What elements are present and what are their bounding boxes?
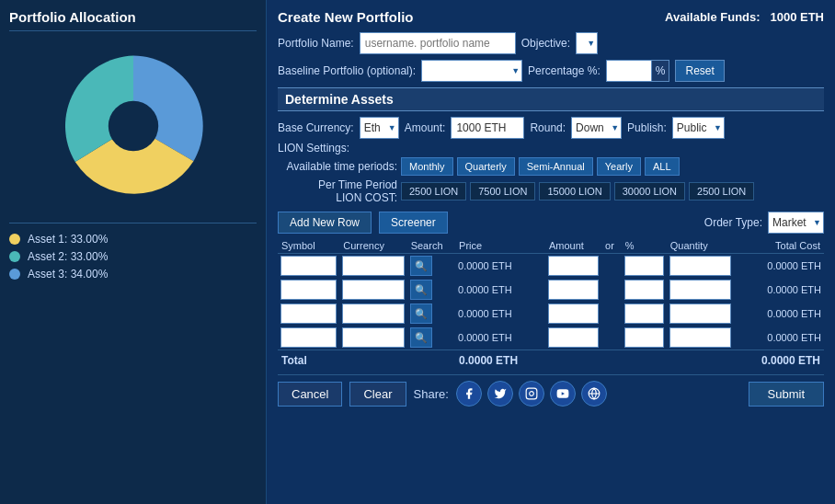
search-button-3[interactable]: 🔍 — [410, 304, 432, 324]
pie-legend: Asset 1: 33.00% Asset 2: 33.00% Asset 3:… — [9, 223, 257, 285]
monthly-button[interactable]: Monthly — [401, 157, 453, 176]
facebook-icon[interactable] — [456, 381, 482, 407]
price-1: 0.0000 ETH — [455, 254, 545, 279]
quantity-input-1[interactable] — [669, 256, 731, 276]
add-new-row-button[interactable]: Add New Row — [278, 212, 372, 234]
total-row: Total 0.0000 ETH 0.0000 ETH — [278, 350, 824, 370]
all-button[interactable]: ALL — [645, 157, 680, 176]
legend-label-3: Asset 3: 34.00% — [28, 268, 108, 281]
col-total-cost: Total Cost — [734, 238, 824, 254]
twitter-icon[interactable] — [487, 381, 513, 407]
amount-input-3[interactable] — [548, 304, 599, 324]
quantity-input-2[interactable] — [669, 280, 731, 300]
base-currency-label: Base Currency: — [278, 121, 354, 134]
currency-input-2[interactable] — [342, 280, 404, 300]
lion-label-row: LION Settings: — [278, 142, 824, 155]
publish-label: Publish: — [627, 121, 667, 134]
symbol-input-3[interactable] — [280, 304, 337, 324]
baseline-select-wrapper[interactable] — [421, 60, 522, 82]
legend-item-1: Asset 1: 33.00% — [9, 233, 257, 246]
cancel-button[interactable]: Cancel — [278, 382, 342, 407]
portfolio-name-input[interactable] — [360, 32, 516, 54]
pct-input-1[interactable] — [624, 256, 664, 276]
baseline-label: Baseline Portfolio (optional): — [278, 64, 416, 77]
clear-button[interactable]: Clear — [349, 382, 406, 407]
legend-dot-2 — [9, 251, 20, 262]
symbol-input-4[interactable] — [280, 327, 337, 348]
round-select-wrapper[interactable]: Down — [571, 117, 622, 139]
symbol-input-1[interactable] — [280, 256, 337, 276]
lion-cost-quarterly: 7500 LION — [470, 182, 535, 200]
baseline-row: Baseline Portfolio (optional): Percentag… — [278, 60, 824, 82]
amount-label: Amount: — [405, 121, 446, 134]
total-cost: 0.0000 ETH — [734, 350, 824, 370]
quarterly-button[interactable]: Quarterly — [457, 157, 515, 176]
quantity-input-4[interactable] — [669, 327, 731, 348]
table-row: 🔍 0.0000 ETH 0.0000 ETH — [278, 278, 824, 302]
symbol-input-2[interactable] — [280, 280, 337, 300]
amount-input-4[interactable] — [548, 327, 599, 348]
lion-cost-yearly: 30000 LION — [614, 182, 685, 200]
submit-button[interactable]: Submit — [749, 382, 824, 407]
create-portfolio-title: Create New Portfolio — [278, 9, 414, 25]
order-type-area: Order Type: Market — [704, 212, 824, 234]
currency-input-3[interactable] — [342, 304, 404, 324]
currency-input-1[interactable] — [342, 256, 404, 276]
amount-input-1[interactable] — [548, 256, 599, 276]
total-label: Total — [278, 350, 455, 370]
pct-input-2[interactable] — [624, 280, 664, 300]
price-3: 0.0000 ETH — [455, 302, 545, 326]
table-row: 🔍 0.0000 ETH 0.0000 ETH — [278, 326, 824, 350]
legend-dot-1 — [9, 234, 20, 245]
available-funds-label: Available Funds: — [665, 10, 761, 24]
left-panel: Portfolio Allocation Asset 1: 33.00% — [0, 0, 267, 504]
base-currency-select-wrapper[interactable]: Eth — [360, 117, 399, 139]
round-select[interactable]: Down — [571, 117, 622, 139]
order-type-select[interactable]: Market — [768, 212, 824, 234]
col-symbol: Symbol — [278, 238, 339, 254]
objective-select-wrapper[interactable] — [576, 32, 598, 54]
amount-input-2[interactable] — [548, 280, 599, 300]
currency-input-4[interactable] — [342, 327, 404, 348]
social-icons — [456, 381, 607, 407]
lion-cost-all: 2500 LION — [689, 182, 754, 200]
right-header: Create New Portfolio Available Funds: 10… — [278, 9, 824, 25]
search-button-1[interactable]: 🔍 — [410, 256, 432, 276]
web-icon[interactable] — [581, 381, 607, 407]
price-2: 0.0000 ETH — [455, 278, 545, 302]
percentage-label: Percentage %: — [528, 64, 601, 77]
order-type-select-wrapper[interactable]: Market — [768, 212, 824, 234]
instagram-icon[interactable] — [519, 381, 544, 407]
pct-input-3[interactable] — [624, 304, 664, 324]
search-button-4[interactable]: 🔍 — [410, 327, 432, 348]
search-button-2[interactable]: 🔍 — [410, 280, 432, 300]
youtube-icon[interactable] — [550, 381, 576, 407]
col-amount: Amount — [545, 238, 601, 254]
col-pct: % — [622, 238, 667, 254]
percentage-input[interactable] — [606, 60, 652, 82]
table-row: 🔍 0.0000 ETH 0.0000 ETH — [278, 254, 824, 279]
right-panel: Create New Portfolio Available Funds: 10… — [267, 0, 835, 504]
lion-cost-semi-annual: 15000 LION — [539, 182, 610, 200]
publish-select-wrapper[interactable]: Public — [672, 117, 725, 139]
legend-item-2: Asset 2: 33.00% — [9, 250, 257, 263]
yearly-button[interactable]: Yearly — [597, 157, 641, 176]
pct-input-4[interactable] — [624, 327, 664, 348]
share-label: Share: — [414, 387, 449, 401]
col-search: Search — [407, 238, 455, 254]
semi-annual-button[interactable]: Semi-Annual — [519, 157, 593, 176]
round-label: Round: — [530, 121, 566, 134]
lion-settings-label: LION Settings: — [278, 142, 349, 155]
quantity-input-3[interactable] — [669, 304, 731, 324]
objective-select[interactable] — [576, 32, 598, 54]
amount-input[interactable] — [451, 117, 524, 139]
baseline-select[interactable] — [421, 60, 522, 82]
publish-select[interactable]: Public — [672, 117, 725, 139]
col-currency: Currency — [339, 238, 406, 254]
reset-button[interactable]: Reset — [675, 60, 724, 82]
objective-label: Objective: — [521, 37, 570, 50]
screener-button[interactable]: Screener — [379, 212, 448, 234]
table-toolbar: Add New Row Screener Order Type: Market — [278, 212, 824, 234]
base-currency-select[interactable]: Eth — [360, 117, 399, 139]
available-funds-value: 1000 ETH — [770, 10, 824, 24]
